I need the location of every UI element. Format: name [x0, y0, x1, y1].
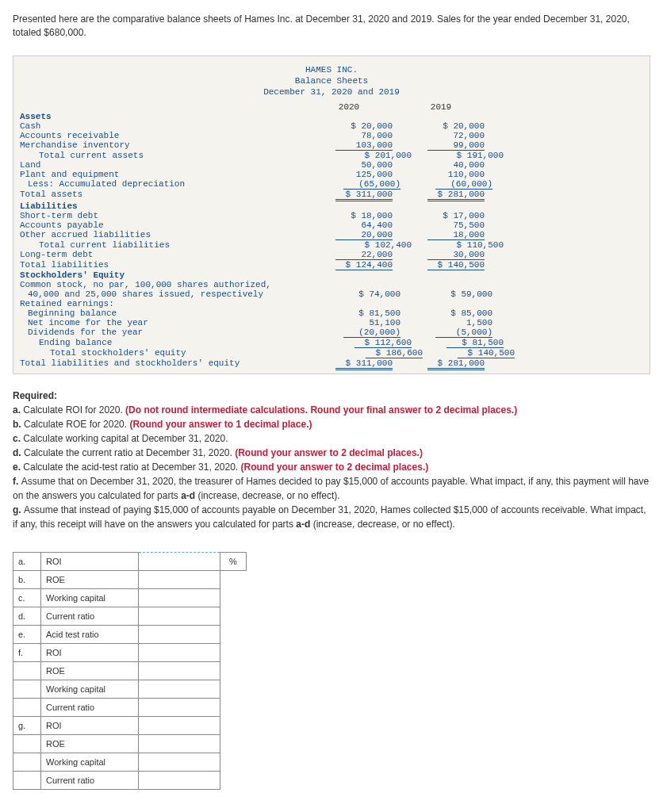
answer-input[interactable] [144, 738, 218, 749]
answer-input[interactable] [144, 647, 218, 658]
answer-row: Working capital [13, 753, 247, 772]
row-index: b. [13, 571, 41, 589]
answer-input[interactable] [144, 592, 218, 603]
answer-cell[interactable] [139, 772, 220, 790]
balance-sheet: HAMES INC. Balance Sheets December 31, 2… [13, 56, 650, 375]
row-index [13, 699, 41, 717]
intro-text: Presented here are the comparative balan… [13, 13, 650, 40]
answer-cell[interactable] [139, 717, 220, 735]
answer-row: ROE [13, 735, 247, 753]
row-label: ROE [41, 735, 139, 753]
row-index: g. [13, 717, 41, 735]
required-block: Required: a. Calculate ROI for 2020. (Do… [13, 389, 650, 531]
answer-input[interactable] [144, 702, 218, 713]
row-label: Working capital [41, 680, 139, 699]
answer-cell[interactable] [139, 607, 220, 626]
row-label: ROI [41, 717, 139, 735]
answer-input[interactable] [144, 756, 218, 768]
answer-input[interactable] [144, 629, 218, 640]
answer-cell[interactable] [139, 680, 220, 699]
answer-cell[interactable] [139, 644, 220, 662]
answer-cell[interactable] [139, 571, 220, 589]
answer-input[interactable] [144, 665, 218, 676]
row-label: ROI [41, 644, 139, 662]
unit-label: % [220, 553, 247, 571]
answer-row: f.ROI [13, 644, 247, 662]
row-index [13, 680, 41, 699]
section-assets: Assets [13, 112, 305, 121]
answer-cell[interactable] [139, 553, 220, 571]
row-label: ROE [41, 662, 139, 680]
answer-cell[interactable] [139, 626, 220, 644]
answer-row: Current ratio [13, 699, 247, 717]
section-liabilities: Liabilities [13, 201, 305, 211]
row-label: ROI [41, 553, 139, 571]
answer-cell[interactable] [139, 735, 220, 753]
answer-input[interactable] [144, 611, 218, 622]
answers-table: a.ROI%b.ROEc.Working capitald.Current ra… [13, 552, 247, 790]
answer-cell[interactable] [139, 589, 220, 607]
row-label: Working capital [41, 753, 139, 772]
column-headers: 2020 2019 [13, 102, 650, 112]
row-label: Working capital [41, 589, 139, 607]
row-index [13, 772, 41, 790]
row-index: f. [13, 644, 41, 662]
row-label: Acid test ratio [41, 626, 139, 644]
row-index [13, 735, 41, 753]
row-index [13, 753, 41, 772]
answer-row: a.ROI% [13, 553, 247, 571]
answer-row: d.Current ratio [13, 607, 247, 626]
row-index: d. [13, 607, 41, 626]
answer-input[interactable] [144, 556, 218, 567]
row-label: Current ratio [41, 699, 139, 717]
row-label: Current ratio [41, 607, 139, 626]
answer-input[interactable] [144, 574, 218, 585]
answer-row: ROE [13, 662, 247, 680]
answer-row: Current ratio [13, 772, 247, 790]
row-index [13, 662, 41, 680]
row-label: ROE [41, 571, 139, 589]
row-index: e. [13, 626, 41, 644]
answer-row: b.ROE [13, 571, 247, 589]
sheet-heading: HAMES INC. Balance Sheets December 31, 2… [13, 59, 650, 103]
answer-row: e.Acid test ratio [13, 626, 247, 644]
row-label: Current ratio [41, 772, 139, 790]
answer-input[interactable] [144, 684, 218, 695]
answer-row: Working capital [13, 680, 247, 699]
answer-cell[interactable] [139, 753, 220, 772]
row-index: c. [13, 589, 41, 607]
section-equity: Stockholders' Equity [13, 270, 305, 280]
answer-input[interactable] [144, 775, 218, 786]
answer-row: g.ROI [13, 717, 247, 735]
answer-cell[interactable] [139, 662, 220, 680]
answer-row: c.Working capital [13, 589, 247, 607]
answer-input[interactable] [144, 720, 218, 731]
answer-cell[interactable] [139, 699, 220, 717]
row-index: a. [13, 553, 41, 571]
